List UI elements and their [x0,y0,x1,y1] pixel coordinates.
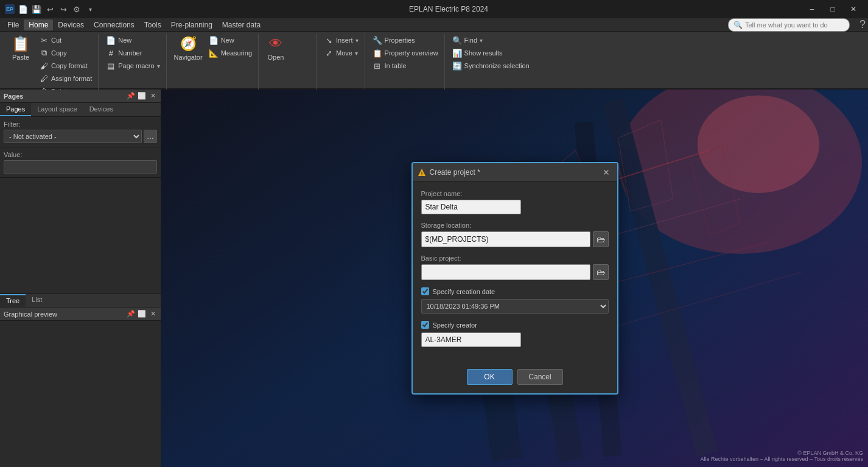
app-title: EPLAN Electric P8 2024 [95,5,802,13]
storage-browse-button[interactable]: 🗁 [593,231,609,247]
preview-panel-title: Graphical preview [4,311,57,318]
creator-input[interactable] [421,332,521,347]
close-button[interactable]: ✕ [844,3,863,15]
synchronize-button[interactable]: 🔄 Synchronize selection [450,60,532,72]
basic-project-browse-button[interactable]: 🗁 [593,264,609,280]
footer-tab-list[interactable]: List [26,294,48,307]
in-table-button[interactable]: ⊞ In table [370,60,441,72]
nav-measuring-button[interactable]: 📐 Measuring [206,47,254,59]
preview-pin-button[interactable]: 📌 [127,310,135,318]
creation-date-checkbox-row: Specify creation date [421,287,609,295]
minimize-button[interactable]: – [802,3,822,15]
new-doc-icon[interactable]: 📄 [18,4,28,14]
cancel-button[interactable]: Cancel [517,369,563,385]
insert-button[interactable]: ↘ Insert ▾ [321,34,361,46]
undo-icon[interactable]: ↩ [45,4,55,14]
title-bar-icons: EP 📄 💾 ↩ ↪ ⚙ ▾ [5,4,95,14]
text-col: ↘ Insert ▾ ⤢ Move ▾ [321,34,361,59]
ribbon-search-box[interactable]: 🔍 [728,18,850,32]
ok-button[interactable]: OK [467,369,513,385]
project-name-input[interactable] [421,200,521,214]
copy-format-icon: 🖌 [39,61,49,71]
navigator-content: 🧭 Navigator 📄 New 📐 Measuring [172,34,254,97]
menu-devices[interactable]: Devices [53,19,89,30]
panel-footer-tabs: Tree List [0,293,161,307]
copyright-line1: © EPLAN GmbH & Co. KG [701,450,863,456]
tree-area [0,178,161,293]
page-macro-button[interactable]: ▤ Page macro ▾ [103,60,162,72]
menu-file[interactable]: File [2,19,24,30]
copy-button[interactable]: ⧉ Copy [37,47,94,59]
storage-location-input[interactable] [421,231,590,247]
nav-measuring-label: Measuring [221,49,252,57]
storage-location-label: Storage location: [421,222,609,229]
copyright: © EPLAN GmbH & Co. KG Alle Rechte vorbeh… [701,450,863,462]
page-number-icon: # [106,48,116,58]
dialog-title-text: Create project * [430,168,480,177]
menu-connections[interactable]: Connections [89,19,139,30]
properties-button[interactable]: 🔧 Properties [370,34,441,46]
preview-close-button[interactable]: ✕ [149,310,157,318]
search-input[interactable] [745,21,842,29]
find-button[interactable]: 🔍 Find ▾ [450,34,532,46]
menu-preplanning[interactable]: Pre-planning [166,19,217,30]
creator-checkbox[interactable] [421,321,429,329]
preview-content [0,321,161,467]
dropdown-icon[interactable]: ▾ [85,4,95,14]
open-icon: 👁 [267,35,284,52]
dialog-footer: OK Cancel [413,363,617,393]
move-button[interactable]: ⤢ Move ▾ [321,47,361,59]
copyright-line2: Alle Rechte vorbehalten – All rights res… [701,456,863,462]
page-new-icon: 📄 [106,35,116,45]
warning-icon: ! [418,168,426,177]
tab-devices[interactable]: Devices [83,103,119,116]
footer-tab-tree[interactable]: Tree [0,294,26,307]
navigator-button[interactable]: 🧭 Navigator [172,34,205,62]
find-content: 🔍 Find ▾ 📊 Show results 🔄 Synchronize se… [450,34,532,97]
edit-content: 🔧 Properties 📋 Property overview ⊞ In ta… [370,34,441,97]
creation-date-checkbox[interactable] [421,287,429,295]
assign-format-button[interactable]: 🖊 Assign format [37,72,94,85]
open-button[interactable]: 👁 Open [264,34,288,62]
menu-home[interactable]: Home [24,19,53,30]
dialog-body: Project name: Storage location: 🗁 [413,181,617,363]
maximize-button[interactable]: □ [823,3,842,15]
cut-button[interactable]: ✂ Cut [37,34,94,46]
tab-layout-space[interactable]: Layout space [31,103,83,116]
settings-icon[interactable]: ⚙ [72,4,82,14]
value-input[interactable] [4,160,157,174]
move-label: Move [336,49,352,57]
page-new-button[interactable]: 📄 New [103,34,162,46]
help-icon[interactable]: ? [859,18,866,31]
assign-format-label: Assign format [51,75,92,82]
svg-text:!: ! [421,170,422,176]
float-button[interactable]: ⬜ [138,92,146,100]
app-icon: EP [5,4,15,14]
properties-icon: 🔧 [373,35,382,45]
page-new-label: New [118,37,131,44]
nav-new-button[interactable]: 📄 New [206,34,254,46]
menu-masterdata[interactable]: Master data [217,19,265,30]
basic-project-field: Basic project: 🗁 [421,255,609,280]
dialog-close-button[interactable]: ✕ [600,166,612,178]
preview-float-button[interactable]: ⬜ [138,310,146,318]
insert-label: Insert [336,37,353,44]
insert-icon: ↘ [324,35,334,45]
basic-project-input[interactable] [421,264,590,280]
paste-button[interactable]: 📋 Paste [6,34,35,62]
menu-tools[interactable]: Tools [139,19,166,30]
copy-format-button[interactable]: 🖌 Copy format [37,60,94,72]
redo-icon[interactable]: ↪ [58,4,68,14]
property-overview-button[interactable]: 📋 Property overview [370,47,441,59]
page-number-button[interactable]: # Number [103,47,162,59]
cut-label: Cut [51,37,61,44]
save-icon[interactable]: 💾 [32,4,41,14]
filter-select[interactable]: - Not activated - [4,130,142,143]
creation-date-select[interactable]: 10/18/2023 01:49:36 PM [421,299,609,314]
filter-more-button[interactable]: … [144,130,157,143]
tab-pages[interactable]: Pages [0,103,31,116]
pin-button[interactable]: 📌 [127,92,135,100]
close-panel-button[interactable]: ✕ [149,92,157,100]
value-section: Value: [0,147,161,178]
show-results-button[interactable]: 📊 Show results [450,47,532,59]
